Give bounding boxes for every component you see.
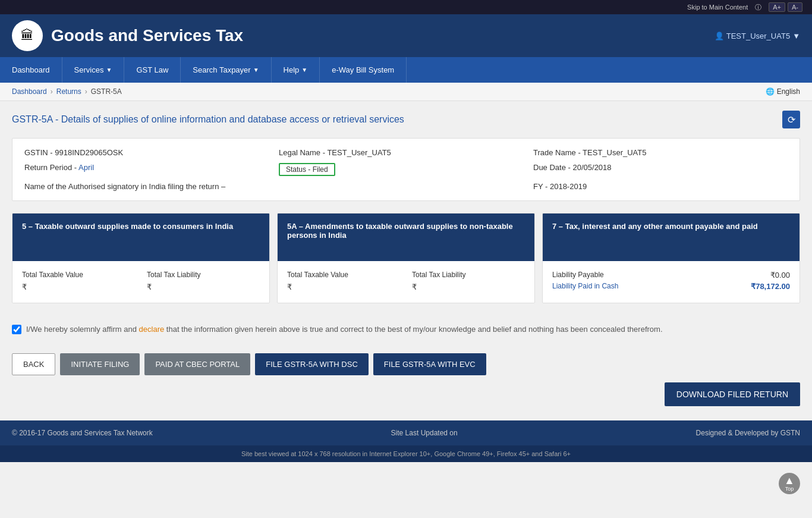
logo-icon: 🏛: [21, 28, 34, 43]
liability-paid-row: Liability Paid in Cash ₹78,172.00: [552, 282, 790, 291]
user-menu[interactable]: TEST_User_UAT5 ▼: [715, 32, 800, 40]
footer-designed: Designed & Developed by GSTN: [696, 429, 800, 437]
declaration-text-part2: that the information given herein above …: [166, 325, 663, 334]
card1-body: Total Taxable Value Total Tax Liability …: [12, 261, 269, 301]
card1-col-headers: Total Taxable Value Total Tax Liability: [22, 271, 260, 279]
footer-bottom: Site best viewed at 1024 x 768 resolutio…: [0, 445, 812, 462]
card2-col-values: ₹ ₹: [287, 282, 525, 291]
card1-col2-value: ₹: [147, 282, 260, 291]
nav-item-gst-law[interactable]: GST Law: [124, 57, 181, 83]
due-date-label: Due Date -: [533, 163, 572, 172]
card3-body: Liability Payable ₹0.00 Liability Paid i…: [543, 261, 800, 303]
card2-body: Total Taxable Value Total Tax Liability …: [278, 261, 534, 301]
file-dsc-button[interactable]: FILE GSTR-5A WITH DSC: [255, 353, 369, 375]
download-filed-return-button[interactable]: DOWNLOAD FILED RETURN: [665, 382, 800, 406]
info-icon: ⓘ: [755, 3, 761, 12]
nav-label-help: Help: [284, 65, 300, 74]
fy-label: FY -: [533, 182, 550, 191]
card2-col1-value: ₹: [287, 282, 400, 291]
return-period-field: Return Period - April: [24, 163, 279, 176]
main-content: GSTR-5A - Details of supplies of online …: [0, 101, 812, 420]
footer-bottom-text: Site best viewed at 1024 x 768 resolutio…: [241, 450, 571, 457]
user-label: TEST_User_UAT5: [726, 32, 790, 40]
header: 🏛 Goods and Services Tax TEST_User_UAT5 …: [0, 14, 812, 57]
declaration-text: I/We hereby solemnly affirm and declare …: [26, 324, 663, 335]
declaration-text-part1: I/We hereby solemnly affirm and: [26, 325, 137, 334]
status-badge: Status - Filed: [279, 163, 335, 176]
language-selector[interactable]: 🌐 English: [766, 87, 800, 96]
footer-copyright: © 2016-17 Goods and Services Tax Network: [12, 429, 153, 437]
status-field: Status - Filed: [279, 163, 533, 176]
chevron-down-icon: ▼: [106, 67, 112, 73]
card1-title: 5 – Taxable outward supplies made to con…: [22, 222, 233, 231]
chevron-down-icon: ▼: [792, 32, 800, 40]
declaration-section: I/We hereby solemnly affirm and declare …: [12, 318, 800, 341]
legal-name-value: TEST_User_UAT5: [327, 148, 391, 157]
fy-value: 2018-2019: [550, 182, 587, 191]
paid-cbec-button[interactable]: PAID AT CBEC PORTAL: [144, 353, 250, 375]
declaration-checkbox[interactable]: [12, 325, 21, 334]
card2-header: 5A – Amendments to taxable outward suppl…: [278, 214, 534, 261]
card3-header: 7 – Tax, interest and any other amount p…: [543, 214, 800, 261]
globe-icon: 🌐: [766, 87, 775, 96]
main-nav: Dashboard Services ▼ GST Law Search Taxp…: [0, 57, 812, 83]
back-button[interactable]: BACK: [12, 353, 55, 375]
due-date-field: Due Date - 20/05/2018: [533, 163, 788, 176]
skip-link[interactable]: Skip to Main Content: [687, 4, 748, 11]
info-grid: GSTIN - 9918IND29065OSK Legal Name - TES…: [24, 148, 788, 191]
due-date-value: 20/05/2018: [572, 163, 611, 172]
breadcrumb: Dashboard › Returns › GSTR-5A: [12, 87, 122, 96]
trade-name-field: Trade Name - TEST_User_UAT5: [533, 148, 788, 157]
legal-name-field: Legal Name - TEST_User_UAT5: [279, 148, 533, 157]
download-row: DOWNLOAD FILED RETURN: [12, 382, 800, 406]
nav-label-eway: e-Way Bill System: [332, 65, 394, 74]
nav-label-gst-law: GST Law: [136, 65, 168, 74]
nav-label-services: Services: [74, 65, 104, 74]
breadcrumb-bar: Dashboard › Returns › GSTR-5A 🌐 English: [0, 83, 812, 101]
top-bar: Skip to Main Content ⓘ A+ A-: [0, 0, 812, 14]
fy-field: FY - 2018-2019: [533, 182, 788, 191]
initiate-filing-button[interactable]: INITIATE FILING: [60, 353, 140, 375]
language-label: English: [777, 87, 800, 96]
liability-paid-value: ₹78,172.00: [751, 282, 790, 291]
nav-item-search-taxpayer[interactable]: Search Taxpayer ▼: [181, 57, 271, 83]
page-title: GSTR-5A - Details of supplies of online …: [12, 114, 404, 125]
nav-item-eway[interactable]: e-Way Bill System: [320, 57, 407, 83]
breadcrumb-sep-1: ›: [51, 87, 53, 96]
trade-name-value: TEST_User_UAT5: [583, 148, 646, 157]
trade-name-label: Trade Name -: [533, 148, 583, 157]
footer-updated: Site Last Updated on: [391, 429, 458, 437]
info-card: GSTIN - 9918IND29065OSK Legal Name - TES…: [12, 138, 800, 201]
breadcrumb-sep-2: ›: [85, 87, 87, 96]
liability-payable-value: ₹0.00: [770, 271, 790, 280]
card1-header: 5 – Taxable outward supplies made to con…: [12, 214, 269, 261]
breadcrumb-returns[interactable]: Returns: [56, 87, 81, 96]
font-decrease-button[interactable]: A-: [788, 2, 802, 12]
card-tax-payable: 7 – Tax, interest and any other amount p…: [542, 213, 800, 303]
nav-label-search-taxpayer: Search Taxpayer: [193, 65, 250, 74]
card2-col2-value: ₹: [412, 282, 525, 291]
chevron-down-icon: ▼: [301, 67, 307, 73]
nav-item-dashboard[interactable]: Dashboard: [0, 57, 62, 83]
chevron-down-icon: ▼: [253, 67, 259, 73]
refresh-button[interactable]: ⟳: [782, 111, 800, 128]
file-evc-button[interactable]: FILE GSTR-5A WITH EVC: [373, 353, 486, 375]
card2-col2-label: Total Tax Liability: [412, 271, 525, 279]
font-controls: A+ A-: [769, 2, 802, 12]
return-period-value: April: [78, 163, 94, 172]
gstin-value: 9918IND29065OSK: [55, 148, 123, 157]
nav-item-services[interactable]: Services ▼: [62, 57, 125, 83]
breadcrumb-dashboard[interactable]: Dashboard: [12, 87, 47, 96]
return-period-label: Return Period -: [24, 163, 78, 172]
declaration-text-orange: declare: [137, 325, 166, 334]
liability-payable-label: Liability Payable: [552, 271, 604, 280]
font-increase-button[interactable]: A+: [769, 2, 785, 12]
cards-row: 5 – Taxable outward supplies made to con…: [12, 213, 800, 303]
card2-title: 5A – Amendments to taxable outward suppl…: [287, 222, 525, 240]
card3-title: 7 – Tax, interest and any other amount p…: [552, 222, 758, 231]
site-title: Goods and Services Tax: [51, 26, 243, 45]
signatory-label: Name of the Authorised signatory in Indi…: [24, 182, 225, 191]
card1-col1-label: Total Taxable Value: [22, 271, 135, 279]
nav-item-help[interactable]: Help ▼: [272, 57, 320, 83]
header-left: 🏛 Goods and Services Tax: [12, 20, 243, 51]
